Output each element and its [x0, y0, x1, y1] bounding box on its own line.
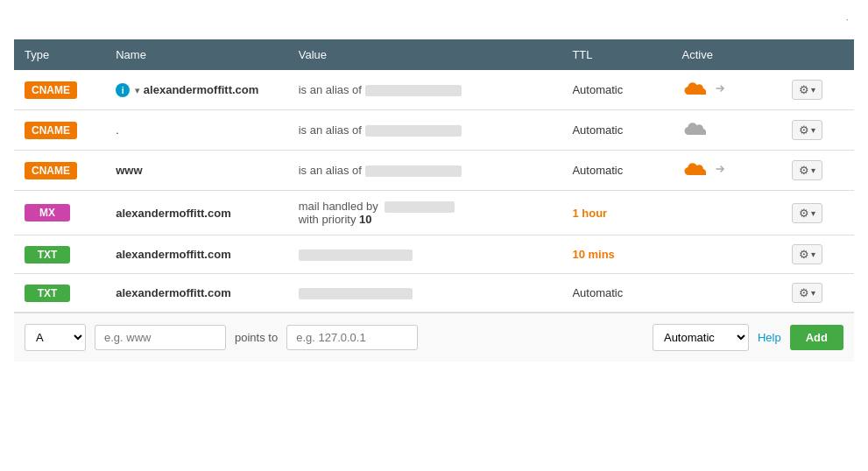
table-header: Type Name Value TTL Active [14, 39, 854, 70]
cell-ttl: Automatic [561, 274, 671, 313]
cell-name: www [105, 151, 287, 191]
cell-value: mail handled by with priority 10 [288, 191, 562, 236]
cell-name: alexandermoffitt.com [105, 274, 287, 313]
top-links: · [840, 12, 854, 25]
add-record-cell: AAAAACNAMEMXTXTSRVLOCSPFNSCAA points to … [14, 313, 854, 362]
table-body: CNAMEi▾ alexandermoffitt.comis an alias … [14, 70, 854, 362]
table-row: CNAMEi▾ alexandermoffitt.comis an alias … [14, 70, 854, 110]
cell-active[interactable] [671, 110, 780, 151]
cell-actions: ⚙ ▾ [781, 236, 854, 274]
ttl-value: Automatic [572, 164, 623, 177]
cell-type: TXT [14, 236, 105, 274]
link-separator: · [845, 12, 849, 25]
gear-button[interactable]: ⚙ ▾ [792, 80, 822, 100]
record-name: www [116, 164, 142, 177]
points-label: points to [235, 331, 278, 344]
ttl-select[interactable]: Automatic2 mins5 mins10 mins15 mins30 mi… [653, 324, 749, 351]
cell-type: CNAME [14, 70, 105, 110]
table-row: MXalexandermoffitt.com mail handled by w… [14, 191, 854, 236]
value-prefix: is an alias of [299, 83, 362, 96]
table-row: CNAMEwwwis an alias of Automatic ⚙ ▾ [14, 151, 854, 191]
help-link[interactable]: Help [758, 331, 781, 344]
cell-actions: ⚙ ▾ [781, 274, 854, 313]
table-row: CNAME.is an alias of Automatic ⚙ ▾ [14, 110, 854, 151]
value-prefix: is an alias of [299, 164, 362, 177]
table-row: TXTalexandermoffitt.com 10 mins⚙ ▾ [14, 236, 854, 274]
cell-value: is an alias of [288, 151, 562, 191]
cell-active[interactable] [671, 236, 780, 274]
cell-name: . [105, 110, 287, 151]
blurred-value [365, 165, 462, 177]
cell-name: alexandermoffitt.com [105, 236, 287, 274]
info-icon[interactable]: i [116, 83, 130, 97]
ttl-value: Automatic [572, 83, 623, 96]
ttl-value: 10 mins [572, 248, 614, 261]
blurred-value [385, 201, 455, 213]
record-name: alexandermoffitt.com [116, 286, 230, 299]
cell-actions: ⚙ ▾ [781, 191, 854, 236]
cell-actions: ⚙ ▾ [781, 151, 854, 191]
cell-ttl: Automatic [561, 70, 671, 110]
blurred-value [365, 125, 462, 137]
cell-ttl: 10 mins [561, 236, 671, 274]
cell-active[interactable] [671, 70, 780, 110]
blurred-value [299, 250, 413, 261]
cell-active[interactable] [671, 151, 780, 191]
header-actions [781, 39, 854, 70]
cell-ttl: 1 hour [561, 191, 671, 236]
add-button[interactable]: Add [790, 325, 843, 350]
gear-button[interactable]: ⚙ ▾ [792, 244, 822, 264]
cell-value: is an alias of [288, 110, 562, 151]
cell-active[interactable] [671, 191, 780, 236]
value-line2: with priority 10 [299, 213, 552, 226]
cell-actions: ⚙ ▾ [781, 110, 854, 151]
gear-button[interactable]: ⚙ ▾ [792, 203, 822, 223]
cell-value [288, 274, 562, 313]
record-name: . [116, 123, 119, 137]
table-row: TXTalexandermoffitt.com Automatic⚙ ▾ [14, 274, 854, 313]
value-prefix: is an alias of [299, 123, 362, 137]
type-badge: CNAME [25, 162, 77, 179]
record-name: alexandermoffitt.com [144, 83, 258, 96]
cell-ttl: Automatic [561, 110, 671, 151]
cell-type: MX [14, 191, 105, 236]
header-type: Type [14, 39, 105, 70]
header-active: Active [671, 39, 780, 70]
cell-name: alexandermoffitt.com [105, 191, 287, 236]
ttl-value: Automatic [572, 286, 623, 299]
cell-ttl: Automatic [561, 151, 671, 191]
type-badge: TXT [25, 285, 70, 302]
type-badge: TXT [25, 246, 70, 264]
cell-actions: ⚙ ▾ [781, 70, 854, 110]
type-select[interactable]: AAAAACNAMEMXTXTSRVLOCSPFNSCAA [25, 324, 86, 351]
cell-type: CNAME [14, 110, 105, 151]
value-input[interactable] [286, 325, 418, 350]
cell-value: is an alias of [288, 70, 562, 110]
ttl-value: Automatic [572, 123, 623, 137]
name-input[interactable] [95, 325, 226, 350]
cell-active[interactable] [671, 274, 780, 313]
gear-button[interactable]: ⚙ ▾ [792, 160, 822, 180]
record-name: alexandermoffitt.com [116, 207, 230, 220]
add-record-row: AAAAACNAMEMXTXTSRVLOCSPFNSCAA points to … [14, 313, 854, 362]
blurred-value [365, 85, 462, 96]
cell-type: CNAME [14, 151, 105, 191]
dns-table: Type Name Value TTL Active CNAMEi▾ alexa… [14, 39, 854, 362]
cell-type: TXT [14, 274, 105, 313]
type-badge: MX [25, 204, 70, 221]
gear-button[interactable]: ⚙ ▾ [792, 283, 822, 303]
record-name: alexandermoffitt.com [116, 248, 230, 261]
ttl-value: 1 hour [572, 207, 607, 220]
header-ttl: TTL [561, 39, 671, 70]
cell-name: i▾ alexandermoffitt.com [105, 70, 287, 110]
header-name: Name [105, 39, 287, 70]
value-line1: mail handled by [299, 200, 552, 213]
blurred-value [299, 288, 413, 299]
type-badge: CNAME [25, 122, 77, 139]
cell-value [288, 236, 562, 274]
gear-button[interactable]: ⚙ ▾ [792, 120, 822, 140]
header-value: Value [288, 39, 562, 70]
type-badge: CNAME [25, 81, 77, 99]
edit-icon[interactable]: ▾ [135, 85, 140, 95]
